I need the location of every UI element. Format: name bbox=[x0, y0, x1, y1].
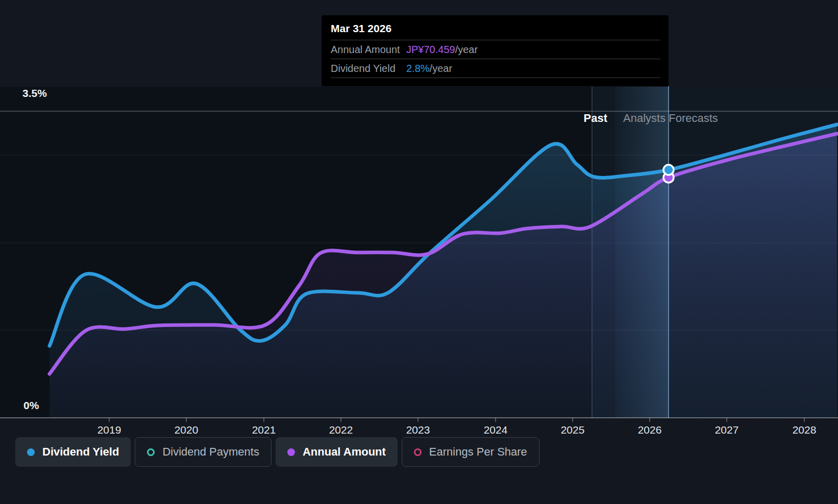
legend-label: Earnings Per Share bbox=[429, 445, 527, 459]
x-axis-label-2026: 2026 bbox=[638, 424, 662, 436]
legend-filled-dot-icon bbox=[27, 448, 35, 456]
legend-ring-dot-icon bbox=[147, 448, 155, 456]
forecast-zone-label: Analysts Forecasts bbox=[623, 112, 718, 125]
tooltip-row-dividend-yield: Dividend Yield 2.8%/year bbox=[331, 59, 660, 78]
tooltip-suffix-dividend-yield: /year bbox=[430, 62, 452, 74]
y-axis-bottom-label: 0% bbox=[23, 399, 39, 412]
tooltip-value-annual-amount: JP¥70.459 bbox=[406, 43, 455, 56]
legend-item-annual-amount[interactable]: Annual Amount bbox=[276, 437, 398, 467]
legend-item-dividend-payments[interactable]: Dividend Payments bbox=[135, 437, 272, 467]
tooltip-label-annual-amount: Annual Amount bbox=[331, 43, 406, 56]
dividend-chart-page: 3.5% 0% 20192020202120222023202420252026… bbox=[0, 0, 838, 504]
x-axis-label-2027: 2027 bbox=[715, 424, 739, 436]
hover-highlight-band bbox=[615, 87, 669, 418]
tooltip-value-dividend-yield: 2.8% bbox=[406, 62, 430, 74]
y-axis-top-label: 3.5% bbox=[22, 87, 47, 99]
x-axis-label-2028: 2028 bbox=[793, 424, 817, 436]
x-axis-label-2025: 2025 bbox=[561, 424, 585, 436]
x-axis-label-2020: 2020 bbox=[175, 424, 199, 436]
past-zone-label: Past bbox=[505, 112, 607, 125]
chart-legend: Dividend YieldDividend PaymentsAnnual Am… bbox=[15, 437, 539, 467]
x-axis-label-2022: 2022 bbox=[329, 424, 353, 436]
legend-label: Dividend Yield bbox=[42, 445, 119, 459]
legend-filled-dot-icon bbox=[287, 448, 295, 456]
chart-tooltip: Mar 31 2026 Annual Amount JP¥70.459/year… bbox=[322, 15, 669, 86]
legend-item-dividend-yield[interactable]: Dividend Yield bbox=[15, 437, 131, 467]
tooltip-label-dividend-yield: Dividend Yield bbox=[331, 62, 406, 74]
x-axis-label-2019: 2019 bbox=[97, 424, 121, 436]
legend-label: Dividend Payments bbox=[162, 445, 259, 459]
x-axis-label-2024: 2024 bbox=[484, 424, 508, 436]
legend-item-earnings-per-share[interactable]: Earnings Per Share bbox=[402, 437, 539, 467]
x-axis-label-2023: 2023 bbox=[406, 424, 430, 436]
legend-label: Annual Amount bbox=[303, 445, 386, 459]
legend-ring-dot-icon bbox=[414, 448, 422, 456]
tooltip-suffix-annual-amount: /year bbox=[455, 43, 478, 56]
dividend-yield-hover-marker[interactable] bbox=[663, 165, 674, 175]
x-axis-label-2021: 2021 bbox=[252, 424, 276, 436]
tooltip-row-annual-amount: Annual Amount JP¥70.459/year bbox=[331, 40, 660, 59]
x-axis-ticks bbox=[109, 418, 804, 422]
tooltip-date: Mar 31 2026 bbox=[331, 22, 660, 35]
